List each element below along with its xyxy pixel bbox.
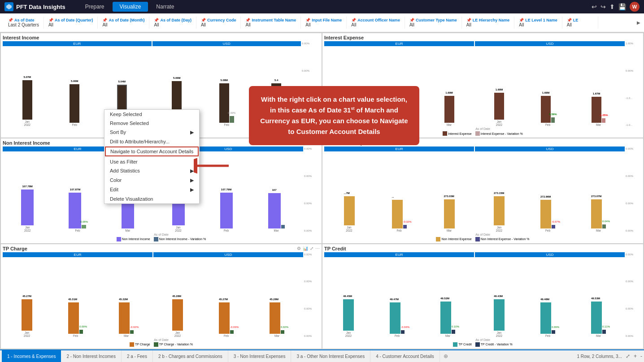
legend: Non Interest Income Non Interest Income … (3, 237, 320, 241)
filter-bar: 📌As of Date Last 2 Quarters 📌As of Date … (0, 13, 644, 32)
dashboard: Interest Income EUR 5.07M (0, 32, 644, 349)
undo-icon[interactable]: ↩ (592, 3, 597, 10)
bar[interactable] (344, 196, 355, 225)
menu-add-stats[interactable]: Add Statistics▶ (104, 166, 199, 176)
bar[interactable] (22, 299, 32, 331)
filter-month[interactable]: 📌As of Date (Month) All (98, 17, 149, 29)
filter-day[interactable]: 📌As of Date (Day) All (149, 17, 196, 29)
filter-quarter[interactable]: 📌As of Date (Quarter) All (44, 17, 98, 29)
usd-header: USD (152, 41, 301, 46)
panel-icons: ⚙ 📊 ⤢ ⋯ (297, 246, 320, 251)
tab-non-interest-incomes[interactable]: 2 - Non Interest Incomes (61, 350, 122, 362)
menu-use-as-filter[interactable]: Use as Filter (104, 157, 199, 166)
bar[interactable] (119, 302, 130, 334)
bar[interactable] (440, 302, 451, 334)
bar[interactable] (70, 84, 79, 123)
filter-input-file[interactable]: 📌Input File Name All (301, 17, 347, 29)
filter-account-officer[interactable]: 📌Account Officer Name All (347, 17, 405, 29)
bar[interactable] (494, 196, 505, 225)
tab-fees[interactable]: 2 a - Fees (122, 350, 153, 362)
top-bar-right: ↩ ↪ ⬆ 💾 W (592, 2, 640, 12)
bar[interactable] (219, 302, 230, 334)
bar[interactable] (270, 302, 280, 334)
user-avatar[interactable]: W (630, 2, 640, 12)
redo-icon[interactable]: ↪ (600, 3, 606, 10)
nav-visualize[interactable]: Visualize (113, 2, 148, 12)
tp-credit-panel: TP Credit EUR 49.45M Jan2022 49.47M -0.0… (322, 244, 643, 349)
eur-header: EUR (3, 41, 152, 46)
svg-marker-0 (6, 4, 12, 9)
tab-non-interest-expenses[interactable]: 3 - Non Interest Expenses (228, 350, 292, 362)
filter-customer-type[interactable]: 📌Customer Type Name All (405, 17, 462, 29)
bar[interactable] (540, 302, 551, 334)
bar[interactable] (343, 299, 354, 331)
filter-le-hierarchy[interactable]: 📌LE Hierarchy Name All (462, 17, 515, 29)
menu-drill[interactable]: Drill to Attribute/Hierarchy... (104, 137, 199, 146)
menu-sort-by[interactable]: Sort By▶ (104, 128, 199, 137)
top-bar: PFT Data Insights Prepare Visualize Narr… (0, 0, 644, 13)
bar[interactable] (541, 96, 551, 123)
bar[interactable] (22, 80, 32, 120)
tab-incomes-expenses[interactable]: 1 - Incomes & Expenses (2, 350, 61, 362)
bottom-tab-bar: 1 - Incomes & Expenses 2 - Non Interest … (0, 349, 644, 362)
bar[interactable] (390, 302, 400, 334)
expand-icon[interactable]: ⤢ (310, 246, 313, 251)
bar[interactable] (69, 193, 81, 228)
bar[interactable] (21, 190, 34, 225)
menu-delete[interactable]: Delete Visualization (104, 194, 199, 203)
fit-icon[interactable]: ⤢ (626, 353, 630, 359)
tp-credit-title: TP Credit (324, 246, 641, 251)
filter-instrument[interactable]: 📌Instrument Table Name All (241, 17, 301, 29)
menu-color[interactable]: Color▶ (104, 176, 199, 185)
bar-group: 5.06M Feb (70, 84, 79, 126)
nav-narrate[interactable]: Narrate (149, 2, 181, 12)
bar[interactable] (494, 299, 505, 331)
interest-income-title: Interest Income (3, 35, 320, 40)
filter-as-of-date[interactable]: 📌As of Date Last 2 Quarters (4, 17, 44, 29)
tp-charge-title: TP Charge (3, 246, 27, 251)
chart-icon[interactable]: 📊 (303, 246, 308, 251)
bar[interactable] (592, 97, 601, 123)
non-interest-expense-panel: Non Interest Expense EUR ...7M Jan2022 .… (322, 138, 643, 243)
menu-navigate[interactable]: Navigate to Customer Account Details (105, 147, 199, 156)
bar[interactable] (591, 302, 602, 334)
bar[interactable] (219, 83, 229, 123)
zoom-in-icon[interactable]: + (634, 353, 637, 359)
tooltip-annotation: With the right click on a chart value se… (249, 86, 419, 145)
filter-currency[interactable]: 📌Currency Code All (196, 17, 241, 29)
bar[interactable] (444, 199, 455, 228)
var-bar (230, 116, 234, 123)
logo-icon (4, 2, 13, 11)
more-icon[interactable]: ⋯ (315, 246, 320, 251)
export-icon[interactable]: ⬆ (609, 3, 615, 10)
context-menu: Keep Selected Remove Selected Sort By▶ D… (104, 109, 200, 204)
nav-tabs: Prepare Visualize Narrate (78, 2, 182, 12)
nav-prepare[interactable]: Prepare (78, 2, 112, 12)
bar[interactable] (392, 200, 403, 228)
bar[interactable] (444, 96, 454, 123)
app-title: PFT Data Insights (16, 4, 65, 10)
filter-le-level1[interactable]: 📌LE Level 1 Name All (514, 17, 562, 29)
menu-edit[interactable]: Edit▶ (104, 185, 199, 194)
tab-charges[interactable]: 2 b - Charges and Commissions (153, 350, 228, 362)
bar[interactable] (540, 200, 551, 228)
bar[interactable] (68, 302, 79, 334)
tab-other-expenses[interactable]: 3 a - Other Non Interest Expenses (291, 350, 370, 362)
save-icon[interactable]: 💾 (618, 3, 626, 10)
filter-arrow[interactable]: ▶ (637, 20, 640, 25)
bar[interactable] (494, 93, 504, 120)
tp-charge-panel: TP Charge ⚙ 📊 ⤢ ⋯ EUR 45.27M Jan2022 (1, 244, 322, 349)
add-tab-button[interactable]: ⊕ (440, 353, 452, 359)
filter-le[interactable]: 📌LE All (562, 17, 598, 29)
tab-customer-account[interactable]: 4 - Customer Account Details (370, 350, 440, 362)
menu-remove-selected[interactable]: Remove Selected (104, 119, 199, 128)
settings-icon[interactable]: ⚙ (297, 246, 301, 251)
zoom-out-icon[interactable]: - (640, 353, 642, 359)
bar[interactable] (172, 299, 183, 331)
bar[interactable] (591, 199, 602, 228)
bar[interactable] (220, 193, 233, 228)
bar[interactable] (268, 193, 281, 228)
status-bar: 1 Row, 2 Columns, 3... ⤢ + - (577, 353, 642, 359)
menu-keep-selected[interactable]: Keep Selected (104, 110, 199, 119)
bar-group: 5.08M 0.39% Feb (219, 83, 234, 126)
